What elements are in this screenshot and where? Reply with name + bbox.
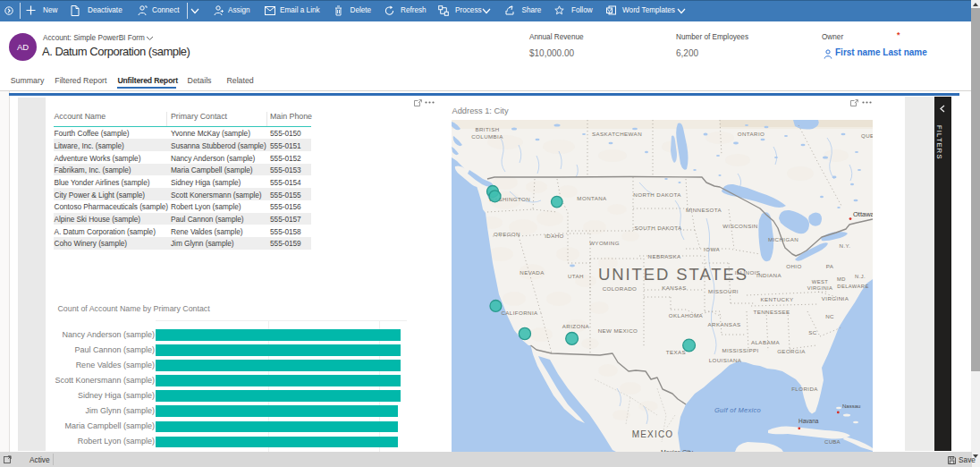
svg-text:N.Y.: N.Y. bbox=[840, 242, 851, 249]
svg-text:MINNESOTA: MINNESOTA bbox=[686, 207, 722, 213]
svg-text:OKLAHOMA: OKLAHOMA bbox=[669, 312, 704, 318]
svg-text:VIRGINIA: VIRGINIA bbox=[822, 295, 849, 301]
svg-text:SOUTH DAKOTA: SOUTH DAKOTA bbox=[634, 225, 682, 231]
svg-text:MONTANA: MONTANA bbox=[577, 195, 607, 201]
svg-text:NEW MEXICO: NEW MEXICO bbox=[598, 327, 638, 334]
svg-text:MICHIGAN: MICHIGAN bbox=[768, 236, 798, 242]
svg-text:MEXICO: MEXICO bbox=[632, 429, 674, 439]
svg-text:OREGON: OREGON bbox=[494, 231, 520, 237]
svg-text:COLUMBIA: COLUMBIA bbox=[471, 133, 503, 140]
svg-text:CUBA: CUBA bbox=[824, 439, 841, 445]
svg-text:SC: SC bbox=[808, 329, 817, 335]
svg-text:VIRGINIA: VIRGINIA bbox=[807, 285, 833, 291]
svg-text:UNITED STATES: UNITED STATES bbox=[598, 265, 748, 284]
svg-text:MISSISSIPPI: MISSISSIPPI bbox=[722, 347, 758, 353]
svg-text:ONTARIO: ONTARIO bbox=[738, 131, 765, 137]
svg-text:LOUISIANA: LOUISIANA bbox=[709, 357, 742, 363]
svg-text:INDIANA: INDIANA bbox=[756, 272, 781, 278]
svg-text:KENTUCKY: KENTUCKY bbox=[761, 296, 794, 302]
svg-text:TEXAS: TEXAS bbox=[666, 349, 686, 355]
svg-text:Havana: Havana bbox=[798, 418, 819, 424]
svg-text:ARKANSAS: ARKANSAS bbox=[708, 321, 741, 327]
svg-text:NEVADA: NEVADA bbox=[520, 269, 545, 276]
svg-text:Ottawa: Ottawa bbox=[853, 210, 873, 218]
svg-text:N.J.: N.J. bbox=[855, 274, 866, 279]
svg-text:OHIO: OHIO bbox=[786, 263, 801, 269]
svg-text:KANSAS: KANSAS bbox=[662, 284, 687, 291]
svg-text:WYOMING: WYOMING bbox=[589, 240, 620, 246]
svg-text:NC: NC bbox=[825, 313, 834, 319]
svg-text:DELAWARE: DELAWARE bbox=[837, 284, 868, 289]
svg-text:NORTH DAKOTA: NORTH DAKOTA bbox=[633, 191, 681, 198]
svg-text:WISCONSIN: WISCONSIN bbox=[722, 223, 757, 229]
svg-text:QUEBE: QUEBE bbox=[861, 132, 873, 139]
svg-text:MD: MD bbox=[837, 276, 846, 282]
svg-text:NEBRASKA: NEBRASKA bbox=[648, 253, 681, 259]
svg-text:WEST: WEST bbox=[812, 279, 828, 284]
svg-text:BRITISH: BRITISH bbox=[475, 126, 499, 132]
svg-text:CALIFORNIA: CALIFORNIA bbox=[501, 310, 538, 316]
svg-text:TENNESSEE: TENNESSEE bbox=[753, 309, 790, 315]
svg-text:PA: PA bbox=[826, 263, 834, 269]
svg-text:FLORIDA: FLORIDA bbox=[791, 386, 818, 392]
svg-text:GEORGIA: GEORGIA bbox=[777, 348, 806, 354]
svg-text:UTAH: UTAH bbox=[568, 273, 584, 279]
svg-text:IDAHO: IDAHO bbox=[545, 233, 564, 239]
svg-text:Nassau: Nassau bbox=[842, 403, 860, 409]
svg-text:ALABAMA: ALABAMA bbox=[751, 339, 781, 345]
svg-text:ARIZONA: ARIZONA bbox=[562, 323, 590, 329]
svg-text:MISSOURI: MISSOURI bbox=[708, 288, 739, 294]
svg-text:COLORADO: COLORADO bbox=[603, 285, 638, 292]
svg-text:IOWA: IOWA bbox=[704, 246, 720, 252]
svg-text:Gulf of Mexico: Gulf of Mexico bbox=[714, 406, 761, 414]
svg-text:SASKATCHEWAN: SASKATCHEWAN bbox=[592, 131, 642, 137]
